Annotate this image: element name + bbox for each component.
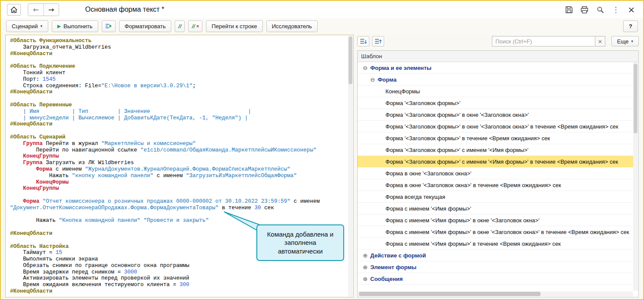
goto-line-label: Перейти к строке — [212, 23, 257, 30]
explorer-button[interactable]: Исследователь — [266, 20, 318, 32]
expand-all-button[interactable] — [357, 36, 369, 46]
search-icon — [597, 6, 604, 13]
code-token: Нажать — [10, 173, 72, 179]
code-token: #Область Сценарий — [10, 134, 66, 140]
code-token: КонецГруппы — [23, 185, 59, 191]
scenario-menu-button[interactable]: Сценарий ▾ — [6, 20, 48, 32]
tree-item-row[interactable]: Форма с именем '<Имя формы>' в окне '<За… — [358, 226, 633, 238]
print-button[interactable] — [579, 4, 590, 15]
tree-item-row[interactable]: Форма с именем '<Имя формы>' — [358, 203, 633, 214]
tree-item-label: Форма '<Заголовок формы>' в течение <Вре… — [385, 135, 550, 142]
code-token: #КонецОбласти — [10, 288, 53, 294]
code-token: Время задержки перед снимком = — [10, 269, 124, 275]
tree-item-row[interactable]: Форма с именем '<Имя формы>' в течение <… — [358, 238, 633, 250]
run-to-line-button[interactable] — [102, 20, 116, 32]
tree-group-row[interactable]: ⊖Форма — [358, 74, 633, 86]
uncomment-icon: // — [192, 23, 195, 30]
collapse-icon[interactable]: ⊖ — [370, 76, 378, 83]
back-button[interactable]: ← — [28, 4, 43, 16]
tree-item-row[interactable]: Форма с именем '<Имя формы>' в окне '<За… — [358, 214, 633, 226]
code-token: Выполнять снимки экрана — [10, 256, 98, 262]
tree-vertical-scrollbar[interactable] — [633, 62, 638, 291]
code-line: Форма с именем "ЖурналДокументов.ЖурналО… — [10, 166, 347, 173]
tree-item-row[interactable]: Форма '<Заголовок формы>' в окне '<Загол… — [358, 109, 633, 121]
tree-item-label: Форма — [378, 76, 396, 83]
code-token: "Отчет комиссионера о розничных продажах… — [43, 198, 290, 204]
tree-item-row[interactable]: Форма '<Заголовок формы>' в окне '<Загол… — [358, 121, 633, 132]
code-line: | Имя | Тип | Значение | — [10, 109, 347, 115]
forward-button[interactable]: → — [43, 4, 59, 16]
code-line: Обрезать снимки по границе основного окн… — [10, 263, 347, 269]
tree-horizontal-scrollbar[interactable] — [358, 291, 633, 297]
code-line — [10, 211, 347, 218]
more-menu-button[interactable]: ⋮ — [610, 4, 621, 15]
tree-item-label: Форма с именем '<Имя формы>' — [385, 205, 471, 212]
code-token: #КонецОбласти — [10, 121, 53, 127]
tree-group-row[interactable]: ⊕Действие с формой — [358, 250, 633, 261]
format-button[interactable]: Форматировать — [119, 20, 171, 32]
code-line: Нажать "кнопку командной панели" с имене… — [10, 173, 347, 179]
titlebar: ← → Основная форма текст * ⋮ × — [1, 1, 643, 18]
tree-item-row[interactable]: Форма в окне '<Заголовок окна>' — [358, 168, 633, 179]
code-line: | минус2недели | Вычисляемое | ДобавитьК… — [10, 115, 347, 122]
code-token: 1545 — [43, 76, 56, 82]
expand-icon[interactable]: ⊕ — [363, 276, 370, 282]
template-tree-box: Шаблон ⊖Форма и ее элементы⊖ФормаКонецФо… — [357, 50, 639, 297]
print-icon — [581, 6, 588, 13]
code-token — [10, 166, 36, 172]
search-input[interactable] — [492, 36, 595, 46]
find-button[interactable] — [594, 4, 606, 15]
tree-item-label: Форма '<Заголовок формы>' — [385, 100, 460, 106]
code-token: 15 — [56, 250, 62, 256]
code-token — [10, 153, 23, 159]
tree-item-label: Действие с формой — [370, 252, 426, 259]
editor-scrollbar-thumb[interactable] — [349, 36, 352, 84]
close-button[interactable]: × — [626, 4, 637, 15]
code-line: Перейти по навигационной ссылке "e1cib/c… — [10, 147, 347, 154]
save-button[interactable] — [563, 4, 574, 15]
code-line — [10, 57, 347, 63]
run-button[interactable]: ▶ Выполнить — [52, 20, 98, 32]
collapse-all-button[interactable] — [372, 36, 384, 46]
tree-item-row[interactable]: Форма в окне '<Заголовок окна>' в течени… — [358, 179, 633, 191]
code-line: Загрузка_отчета_Wildberries — [10, 44, 347, 51]
tree-item-row[interactable]: Форма '<Заголовок формы>' с именем '<Имя… — [358, 156, 633, 168]
code-token: Группа — [23, 141, 43, 147]
tree-item-row[interactable]: Форма '<Заголовок формы>' с именем '<Имя… — [358, 144, 633, 156]
tree-item-row[interactable]: Форма '<Заголовок формы>' в течение <Вре… — [358, 132, 633, 144]
editor-vertical-scrollbar[interactable] — [348, 36, 353, 297]
tree-header: Шаблон — [358, 51, 638, 62]
code-line: #КонецОбласти — [10, 51, 347, 57]
expand-icon[interactable]: ⊕ — [363, 252, 370, 259]
more-actions-button[interactable]: Еще ▾ — [611, 36, 639, 46]
tree-group-row[interactable]: ⊕Сообщения — [358, 273, 633, 285]
home-button[interactable] — [7, 4, 21, 16]
clear-search-button[interactable]: × — [595, 36, 605, 46]
play-icon: ▶ — [57, 23, 61, 29]
expand-icon[interactable]: ⊕ — [363, 264, 370, 270]
tree-item-label: КонецФормы — [385, 88, 420, 95]
collapse-icon[interactable]: ⊖ — [363, 65, 370, 71]
code-token: | Имя | Тип | Значение | — [10, 109, 251, 115]
titlebar-actions: ⋮ × — [563, 4, 637, 15]
tree-item-label: Элемент формы — [370, 264, 416, 270]
template-panel: × Еще ▾ Шаблон ⊖Форма и ее элементы⊖Форм… — [357, 35, 639, 297]
help-button[interactable]: ? — [623, 20, 638, 32]
tree-vscrollbar-thumb[interactable] — [634, 64, 637, 133]
expand-all-icon — [360, 38, 367, 44]
tree-item-row[interactable]: Форма всегда текущая — [358, 191, 633, 203]
tree-group-row[interactable]: ⊕Элемент формы — [358, 261, 633, 273]
code-token — [40, 198, 43, 204]
goto-line-button[interactable]: Перейти к строке — [206, 20, 262, 32]
comment-button[interactable]: // — [175, 20, 185, 32]
explorer-label: Исследователь — [272, 23, 312, 30]
tree-item-row[interactable]: КонецФормы — [358, 86, 633, 97]
tree-hscrollbar-thumb[interactable] — [359, 292, 541, 296]
code-line: #Область Подключение — [10, 63, 347, 70]
tree-item-row[interactable]: Форма '<Заголовок формы>' — [358, 97, 633, 109]
close-icon: × — [628, 4, 635, 15]
uncomment-button[interactable]: // × — [188, 20, 202, 32]
tree-group-row[interactable]: ⊖Форма и ее элементы — [358, 62, 633, 74]
code-token: Строка соединения: File= — [10, 83, 101, 89]
code-token: ; — [193, 83, 196, 89]
